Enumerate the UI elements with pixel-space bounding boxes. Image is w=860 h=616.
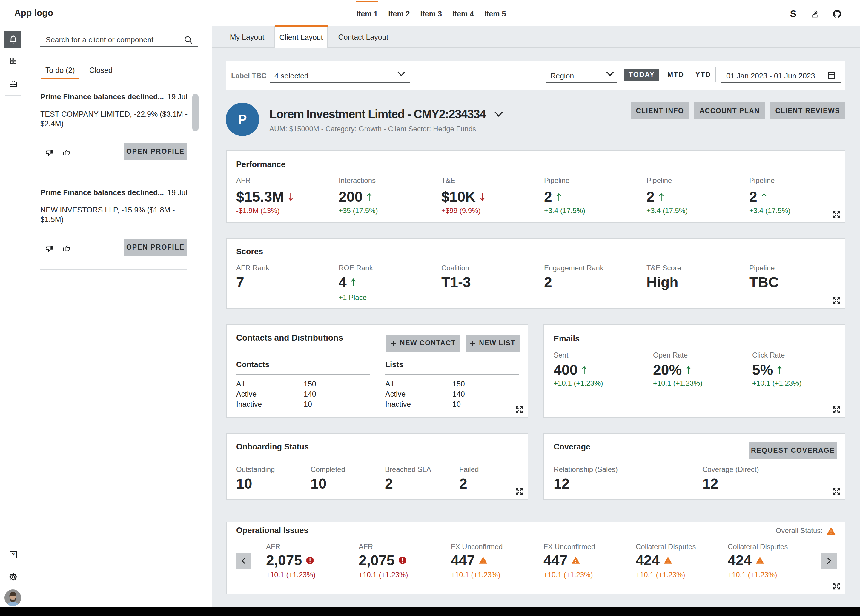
svg-text:?: ? <box>12 552 15 558</box>
